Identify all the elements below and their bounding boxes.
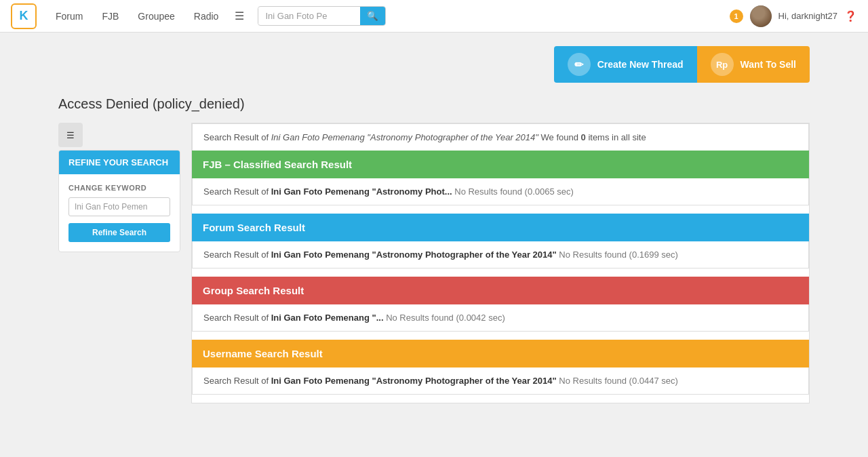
summary-prefix: Search Result of	[203, 132, 271, 142]
username-no-results: No Results found (0.0447 sec)	[557, 376, 678, 386]
search-outer: Search Result of Ini Gan Foto Pemenang "…	[191, 123, 810, 403]
sidebar-toggle[interactable]: ☰	[58, 123, 83, 147]
avatar[interactable]	[750, 5, 772, 27]
fjb-prefix: Search Result of	[203, 186, 271, 197]
summary-query: Ini Gan Foto Pemenang "Astronomy Photogr…	[271, 132, 538, 142]
nav-radio[interactable]: Radio	[186, 7, 227, 26]
result-count: 0	[581, 132, 586, 142]
page-title: Access Denied (policy_denied)	[58, 96, 810, 112]
want-to-sell-label: Want To Sell	[741, 59, 796, 70]
sidebar-panel: REFINE YOUR SEARCH CHANGE KEYWORD Refine…	[58, 150, 180, 252]
hamburger-icon: ☰	[66, 130, 75, 140]
create-thread-icon: ✏	[568, 53, 591, 76]
username-label: Hi, darknight27	[778, 11, 837, 21]
keyword-label: CHANGE KEYWORD	[68, 184, 170, 192]
refine-search-button[interactable]: Refine Search	[68, 223, 170, 242]
rp-icon: Rp	[716, 60, 728, 70]
search-bar: 🔍	[258, 6, 386, 26]
group-query: Ini Gan Foto Pemenang "...	[271, 313, 384, 323]
fjb-section: FJB – Classified Search Result Search Re…	[192, 151, 809, 205]
want-to-sell-button[interactable]: Rp Want To Sell	[697, 46, 810, 83]
fjb-no-results: No Results found (0.0065 sec)	[452, 186, 574, 197]
content-layout: ☰ REFINE YOUR SEARCH CHANGE KEYWORD Refi…	[58, 123, 810, 403]
group-prefix: Search Result of	[203, 313, 271, 323]
username-header: Username Search Result	[192, 340, 809, 367]
forum-query: Ini Gan Foto Pemenang "Astronomy Photogr…	[271, 250, 557, 260]
nav-fjb[interactable]: FJB	[94, 7, 127, 26]
nav-more-icon[interactable]: ☰	[229, 5, 250, 26]
keyword-input[interactable]	[68, 197, 170, 216]
forum-prefix: Search Result of	[203, 250, 271, 260]
fjb-header: FJB – Classified Search Result	[192, 151, 809, 178]
fjb-body: Search Result of Ini Gan Foto Pemenang "…	[192, 178, 809, 205]
username-query: Ini Gan Foto Pemenang "Astronomy Photogr…	[271, 376, 557, 386]
search-icon: 🔍	[367, 11, 378, 21]
logo-icon: K	[20, 9, 28, 23]
want-to-sell-icon: Rp	[711, 53, 734, 76]
nav-forum[interactable]: Forum	[47, 7, 91, 26]
username-prefix: Search Result of	[203, 376, 271, 386]
group-header: Group Search Result	[192, 277, 809, 304]
group-section: Group Search Result Search Result of Ini…	[192, 277, 809, 332]
search-summary: Search Result of Ini Gan Foto Pemenang "…	[192, 123, 809, 151]
nav-groupee[interactable]: Groupee	[130, 7, 182, 26]
forum-section: Forum Search Result Search Result of Ini…	[192, 214, 809, 269]
search-input[interactable]	[258, 7, 360, 24]
help-icon[interactable]: ❓	[844, 10, 857, 22]
main-content: ✏ Create New Thread Rp Want To Sell Acce…	[47, 33, 821, 417]
username-body: Search Result of Ini Gan Foto Pemenang "…	[192, 367, 809, 395]
create-thread-label: Create New Thread	[597, 59, 684, 70]
action-buttons: ✏ Create New Thread Rp Want To Sell	[58, 46, 810, 83]
sidebar: ☰ REFINE YOUR SEARCH CHANGE KEYWORD Refi…	[58, 123, 180, 252]
navbar: K Forum FJB Groupee Radio ☰ 🔍 1 Hi, dark…	[0, 0, 868, 33]
forum-no-results: No Results found (0.1699 sec)	[557, 250, 678, 260]
notification-badge[interactable]: 1	[730, 9, 743, 23]
search-button[interactable]: 🔍	[360, 7, 385, 25]
logo[interactable]: K	[11, 3, 37, 29]
group-body: Search Result of Ini Gan Foto Pemenang "…	[192, 304, 809, 332]
username-section: Username Search Result Search Result of …	[192, 340, 809, 395]
nav-right: 1 Hi, darknight27 ❓	[730, 5, 857, 27]
summary-suffix: items in all site	[586, 132, 646, 142]
avatar-image	[750, 5, 772, 27]
sidebar-body: CHANGE KEYWORD Refine Search	[59, 174, 180, 252]
fjb-query: Ini Gan Foto Pemenang "Astronomy Phot...	[271, 186, 452, 197]
forum-body: Search Result of Ini Gan Foto Pemenang "…	[192, 241, 809, 269]
sidebar-header: REFINE YOUR SEARCH	[59, 151, 180, 174]
pencil-icon: ✏	[574, 58, 583, 71]
summary-middle: We found	[538, 132, 581, 142]
results-panel: Search Result of Ini Gan Foto Pemenang "…	[191, 123, 810, 403]
create-thread-button[interactable]: ✏ Create New Thread	[554, 46, 697, 83]
nav-links: Forum FJB Groupee Radio ☰	[47, 5, 250, 26]
forum-header: Forum Search Result	[192, 214, 809, 241]
group-no-results: No Results found (0.0042 sec)	[384, 313, 505, 323]
